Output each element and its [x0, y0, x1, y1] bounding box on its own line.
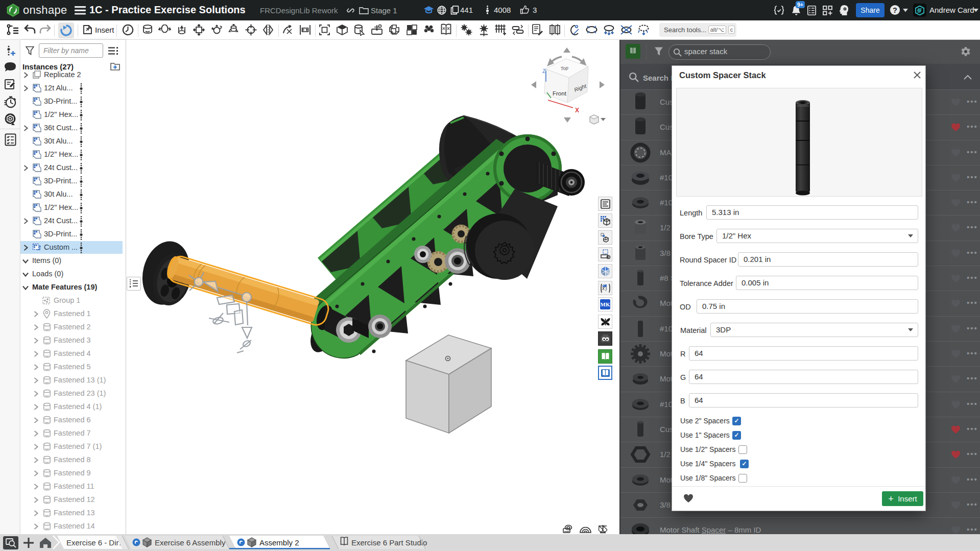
- svg-text:?: ?: [893, 6, 897, 14]
- svg-text:Exercise 6 Assembly: Exercise 6 Assembly: [155, 538, 226, 547]
- svg-text:X: X: [575, 107, 579, 114]
- svg-text:Exercise 6 - Dir…: Exercise 6 - Dir…: [66, 538, 127, 547]
- svg-text:Assembly 2: Assembly 2: [259, 538, 299, 547]
- svg-text:Exercise 6 Part Studio: Exercise 6 Part Studio: [351, 538, 427, 547]
- svg-text:Front: Front: [553, 90, 567, 97]
- svg-text:Z: Z: [542, 68, 546, 74]
